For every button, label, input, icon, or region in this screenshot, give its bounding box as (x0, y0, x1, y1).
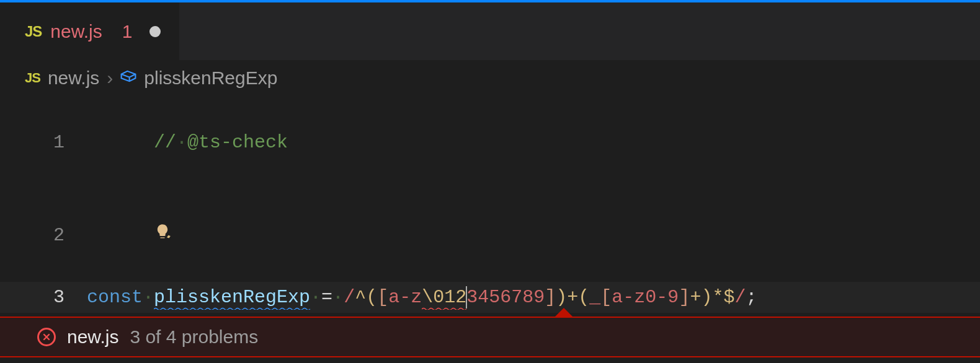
whitespace-dot: · (310, 287, 321, 308)
regex-token: ( (578, 287, 589, 308)
editor-tab-bar: JS new.js 1 (0, 0, 980, 60)
regex-token: 3456789 (466, 287, 545, 308)
tab-filename: new.js (50, 21, 102, 42)
problem-peek-body[interactable]: Octal escape sequences are not allowed. … (0, 357, 980, 363)
line-number: 3 (0, 282, 87, 313)
identifier-token: plisskenRegExp (154, 287, 310, 308)
regex-token: * (712, 287, 723, 308)
code-line[interactable]: 3 const·plisskenRegExp·=·/^([a-z\0123456… (0, 282, 980, 313)
code-line[interactable]: 1 //·@ts-check (0, 96, 980, 189)
whitespace-dot: · (332, 287, 344, 308)
whitespace-dot: · (176, 132, 187, 153)
breadcrumb-symbol[interactable]: plisskenRegExp (144, 68, 277, 89)
regex-token: + (690, 287, 701, 308)
punct-token: ; (746, 287, 757, 308)
error-icon (37, 328, 56, 346)
operator-token: = (321, 287, 332, 308)
regex-escape-token: \012 (422, 287, 466, 308)
regex-token: ] (679, 287, 690, 308)
regex-token: ^ (355, 287, 366, 308)
regex-token: a-z0-9 (612, 287, 679, 308)
code-line[interactable]: 2 (0, 189, 980, 282)
variable-symbol-icon (120, 68, 136, 89)
problem-file-label: new.js (67, 326, 118, 348)
lightbulb-icon[interactable] (154, 223, 171, 240)
regex-token: _ (589, 287, 600, 308)
chevron-right-icon: › (107, 68, 113, 89)
regex-token: a-z (388, 287, 422, 308)
regex-delim: / (344, 287, 355, 308)
regex-token: $ (723, 287, 734, 308)
problem-peek-header[interactable]: new.js 3 of 4 problems (0, 317, 980, 357)
tab-problem-count: 1 (122, 21, 133, 42)
regex-delim: / (734, 287, 746, 308)
regex-token: ) (556, 287, 567, 308)
comment-token: @ts-check (187, 132, 288, 153)
tab-dirty-indicator-icon[interactable] (149, 26, 161, 37)
line-number: 1 (0, 127, 87, 158)
breadcrumb-file[interactable]: new.js (48, 68, 99, 89)
problem-count-label: 3 of 4 problems (130, 326, 258, 348)
comment-token: // (154, 132, 176, 153)
regex-token: ] (545, 287, 556, 308)
regex-token: [ (377, 287, 388, 308)
regex-token: ( (366, 287, 377, 308)
code-editor[interactable]: 1 //·@ts-check 2 3 const·plisskenRegExp·… (0, 96, 980, 313)
breadcrumb[interactable]: JS new.js › plisskenRegExp (0, 60, 980, 96)
regex-token: [ (600, 287, 612, 308)
editor-tab[interactable]: JS new.js 1 (0, 2, 180, 60)
regex-token: ) (701, 287, 712, 308)
js-file-icon: JS (25, 23, 42, 40)
line-number: 2 (0, 220, 87, 251)
keyword-token: const (87, 287, 143, 308)
whitespace-dot: · (143, 287, 154, 308)
js-file-icon: JS (25, 70, 40, 86)
regex-token: + (567, 287, 578, 308)
